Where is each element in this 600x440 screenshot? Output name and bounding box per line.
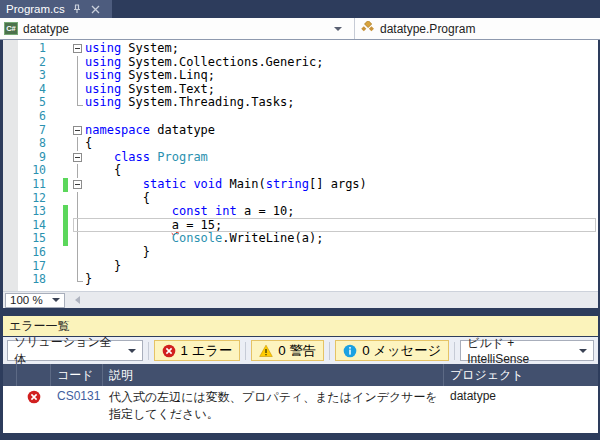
tab-program-cs[interactable]: Program.cs (0, 0, 112, 18)
change-bar-margin (46, 232, 72, 246)
fold-toggle-icon[interactable] (73, 180, 82, 189)
project-dropdown[interactable]: C# datatype (0, 18, 355, 39)
code-line[interactable]: 13 const int a = 10; (3, 205, 598, 219)
code-line[interactable]: 3using System.Linq; (3, 69, 598, 83)
info-filter-button[interactable]: 0 メッセージ (335, 340, 449, 361)
change-bar-margin (46, 273, 72, 287)
outlining-margin (72, 83, 85, 97)
code-line[interactable]: 5using System.Threading.Tasks; (3, 96, 598, 110)
code-line[interactable]: 17 } (3, 260, 598, 274)
error-grid-body: CS0131代入式の左辺には変数、プロパティ、またはインデクサーを指定してくださ… (3, 386, 598, 433)
scroll-left-icon[interactable] (75, 296, 80, 304)
code-line[interactable]: 10 { (3, 164, 598, 178)
filter-label: 0 警告 (278, 342, 316, 360)
code-line[interactable]: 12 { (3, 192, 598, 206)
change-bar-margin (46, 151, 72, 165)
code-text: a = 15; (85, 219, 222, 233)
change-bar-margin (46, 96, 72, 110)
error-list-toolbar: ソリューション全体 1 エラー0 警告0 メッセージ ビルド + Intelli… (3, 337, 598, 364)
code-line[interactable]: 16 } (3, 246, 598, 260)
info-icon (343, 344, 357, 358)
header-description-column[interactable]: 説明 (103, 364, 444, 386)
outlining-margin (72, 164, 85, 178)
change-indicator (63, 232, 68, 246)
type-dropdown-value: datatype.Program (380, 22, 475, 36)
header-project-column[interactable]: プロジェクト (444, 364, 598, 386)
chevron-down-icon (579, 349, 587, 353)
outlining-margin (72, 205, 85, 219)
pin-icon[interactable] (72, 4, 83, 15)
scope-dropdown[interactable]: ソリューション全体 (7, 340, 143, 361)
fold-toggle-icon[interactable] (73, 153, 82, 162)
error-code-link[interactable]: CS0131 (51, 389, 103, 403)
change-bar-margin (46, 69, 72, 83)
outlining-margin (72, 246, 85, 260)
error-filter-button[interactable]: 1 エラー (154, 340, 241, 361)
source-dropdown[interactable]: ビルド + IntelliSense (460, 340, 594, 361)
outlining-margin (72, 96, 85, 110)
code-text: } (85, 273, 92, 287)
code-editor[interactable]: 1using System;2using System.Collections.… (3, 40, 598, 291)
code-line[interactable]: 8{ (3, 137, 598, 151)
outlining-margin (72, 42, 85, 56)
toolbar-separator (148, 342, 149, 360)
source-dropdown-value: ビルド + IntelliSense (467, 335, 573, 366)
code-line[interactable]: 18} (3, 273, 598, 287)
editor-status-strip: 100 % (3, 291, 598, 308)
line-number: 17 (3, 260, 46, 274)
code-line[interactable]: 4using System.Text; (3, 83, 598, 97)
line-number: 1 (3, 42, 46, 56)
fold-toggle-icon[interactable] (73, 126, 82, 135)
csharp-project-icon: C# (4, 22, 18, 35)
code-line[interactable]: 6 (3, 110, 598, 124)
warning-icon (259, 344, 273, 358)
code-text: using System.Linq; (85, 69, 215, 83)
chevron-down-icon (334, 27, 342, 31)
line-number: 3 (3, 69, 46, 83)
outlining-margin (72, 192, 85, 206)
code-text: } (85, 260, 121, 274)
header-selector-column[interactable] (3, 364, 17, 386)
close-icon[interactable] (90, 4, 101, 15)
code-lines: 1using System;2using System.Collections.… (3, 42, 598, 287)
type-dropdown[interactable]: datatype.Program (355, 18, 600, 39)
scope-dropdown-value: ソリューション全体 (14, 334, 122, 368)
code-text: Console.WriteLine(a); (85, 232, 323, 246)
code-text: { (85, 164, 121, 178)
header-severity-column[interactable] (17, 364, 51, 386)
filter-label: 1 エラー (181, 342, 233, 360)
code-line[interactable]: 7namespace datatype (3, 124, 598, 138)
code-text: } (85, 246, 150, 260)
outlining-margin (72, 151, 85, 165)
code-line[interactable]: 2using System.Collections.Generic; (3, 56, 598, 70)
line-number: 9 (3, 151, 46, 165)
change-bar-margin (46, 124, 72, 138)
change-bar-margin (46, 246, 72, 260)
severity-cell (17, 389, 51, 404)
code-line[interactable]: 11 static void Main(string[] args) (3, 178, 598, 192)
line-number: 11 (3, 178, 46, 192)
error-icon (162, 344, 176, 358)
error-icon (27, 390, 41, 404)
code-line[interactable]: 15 Console.WriteLine(a); (3, 232, 598, 246)
code-line[interactable]: 9 class Program (3, 151, 598, 165)
change-bar-margin (46, 178, 72, 192)
line-number: 18 (3, 273, 46, 287)
fold-toggle-icon[interactable] (73, 44, 82, 53)
code-line[interactable]: 1using System; (3, 42, 598, 56)
line-number: 6 (3, 110, 46, 124)
error-row[interactable]: CS0131代入式の左辺には変数、プロパティ、またはインデクサーを指定してくださ… (3, 386, 598, 423)
change-bar-margin (46, 42, 72, 56)
change-indicator (63, 205, 68, 219)
change-indicator (63, 178, 68, 192)
outlining-margin (72, 260, 85, 274)
tab-title: Program.cs (6, 3, 65, 15)
change-bar-margin (46, 219, 72, 233)
change-bar-margin (46, 83, 72, 97)
zoom-selector[interactable]: 100 % (5, 293, 65, 308)
error-project: datatype (444, 389, 598, 403)
code-line[interactable]: 14 a = 15; (3, 219, 598, 233)
outlining-margin (72, 56, 85, 70)
header-code-column[interactable]: コード (51, 364, 103, 386)
warning-filter-button[interactable]: 0 警告 (251, 340, 324, 361)
